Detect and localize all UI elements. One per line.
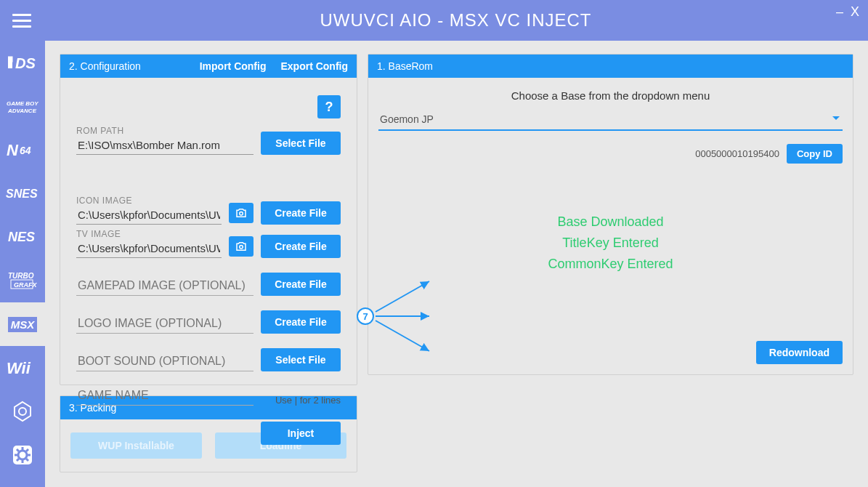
game-name-hint: Use | for 2 lines [261,395,341,406]
config-panel: 2. Configuration Import Config Export Co… [60,54,357,385]
svg-line-21 [26,459,28,461]
logo-create-file-button[interactable]: Create File [261,310,341,334]
baserom-panel: 1. BaseRom Choose a Base from the dropdo… [368,54,853,375]
svg-text:GRAFX: GRAFX [14,281,37,289]
status-titlekey: TitleKey Entered [378,236,843,251]
sidebar-item-snes[interactable]: SNES [0,172,45,215]
svg-text:TURBO: TURBO [8,272,34,280]
status-base-downloaded: Base Downloaded [378,214,843,230]
hamburger-menu[interactable] [0,0,44,41]
tv-image-input[interactable] [76,239,222,258]
svg-text:GAME BOY: GAME BOY [7,100,38,107]
export-config-button[interactable]: Export Config [280,60,348,72]
close-button[interactable]: X [851,4,859,20]
svg-text:NES: NES [8,230,35,244]
titlebar: UWUVCI AIO - MSX VC INJECT – X [0,0,868,41]
config-header: 2. Configuration [69,60,141,72]
status-commonkey: CommonKey Entered [378,257,843,272]
svg-text:N: N [7,141,19,158]
tv-image-label: TV IMAGE [76,229,222,239]
title-id: 0005000010195400 [695,148,779,159]
gamepad-image-input[interactable] [76,276,253,296]
import-config-button[interactable]: Import Config [200,60,267,72]
rom-path-label: ROM PATH [76,126,253,136]
app-title: UWUVCI AIO - MSX VC INJECT [44,10,868,31]
sidebar-item-msx[interactable]: MSX [0,302,45,346]
redownload-button[interactable]: Redownload [756,341,843,364]
inject-button[interactable]: Inject [261,422,341,445]
baserom-instruction: Choose a Base from the dropdown menu [378,89,843,102]
gamepad-create-file-button[interactable]: Create File [261,273,341,296]
game-name-input[interactable] [76,386,253,406]
icon-create-file-button[interactable]: Create File [261,201,341,225]
svg-text:Wii: Wii [7,359,31,377]
tv-create-file-button[interactable]: Create File [261,235,341,258]
sidebar-item-ds[interactable]: DS [0,41,45,84]
tv-camera-button[interactable] [229,236,253,257]
help-button[interactable]: ? [317,95,341,118]
svg-line-23 [26,449,28,451]
sidebar-item-n64[interactable]: N64 [0,128,45,172]
logo-image-input[interactable] [76,314,253,334]
svg-text:64: 64 [20,145,31,156]
minimize-button[interactable]: – [836,4,843,20]
rom-select-file-button[interactable]: Select File [261,132,341,155]
boot-sound-select-file-button[interactable]: Select File [261,348,341,371]
icon-image-label: ICON IMAGE [76,196,222,206]
icon-image-input[interactable] [76,206,222,225]
svg-text:SNES: SNES [6,188,38,200]
boot-sound-input[interactable] [76,352,253,371]
sidebar-item-settings[interactable] [0,433,45,477]
svg-text:ADVANCE: ADVANCE [7,108,37,114]
svg-point-24 [240,212,243,216]
svg-rect-0 [8,57,12,68]
svg-line-20 [17,449,19,451]
sidebar-item-nes[interactable]: NES [0,215,45,259]
copy-id-button[interactable]: Copy ID [787,144,843,164]
svg-text:DS: DS [15,55,36,71]
baserom-header: 1. BaseRom [368,55,853,78]
svg-point-13 [19,408,26,415]
icon-camera-button[interactable] [229,203,253,223]
sidebar-item-tg16[interactable]: TURBOGRAFX [0,259,45,302]
sidebar-item-gba[interactable]: GAME BOYADVANCE [0,84,45,128]
sidebar: DS GAME BOYADVANCE N64 SNES NES TURBOGRA… [0,41,45,487]
svg-point-25 [240,246,243,249]
sidebar-item-gcn[interactable] [0,390,45,433]
sidebar-item-wii[interactable]: Wii [0,346,45,390]
base-dropdown[interactable]: Goemon JP [378,109,843,131]
svg-line-22 [17,459,19,461]
rom-path-input[interactable] [76,136,253,155]
